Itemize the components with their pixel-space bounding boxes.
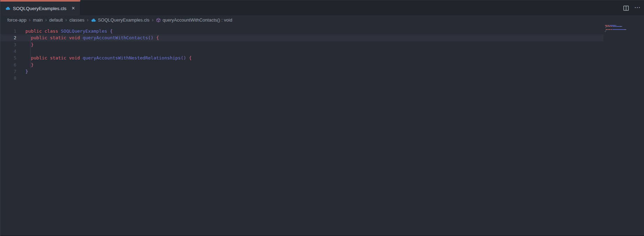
more-actions-icon[interactable]: ⋯: [634, 5, 641, 12]
minimap-line: [605, 29, 644, 30]
apex-cloud-icon: [91, 18, 96, 23]
line-number: 4: [0, 48, 22, 55]
breadcrumb-separator: ›: [87, 17, 89, 23]
close-icon[interactable]: ×: [71, 5, 76, 11]
code-line[interactable]: 2 public static void queryAccountWithCon…: [0, 34, 644, 41]
line-number: 5: [0, 55, 22, 61]
code-line[interactable]: 3 }: [0, 41, 644, 48]
code-text: }: [25, 41, 33, 48]
split-editor-icon[interactable]: [623, 5, 629, 11]
tab-bar-actions: ⋯: [623, 0, 641, 16]
code-line[interactable]: 7}: [0, 68, 644, 75]
breadcrumb-item[interactable]: SOQLQueryExamples.cls: [98, 17, 149, 23]
code-line[interactable]: 8: [0, 75, 644, 81]
line-number: 7: [0, 68, 22, 75]
breadcrumb-separator: ›: [29, 17, 31, 23]
breadcrumb: force-app›main›default›classes›SOQLQuery…: [0, 15, 644, 24]
breadcrumb-separator: ›: [152, 17, 154, 23]
code-text: public class SOQLQueryExamples {: [25, 28, 112, 34]
breadcrumb-item[interactable]: main: [33, 17, 43, 23]
breadcrumb-separator: ›: [65, 17, 67, 23]
code-text: }: [25, 68, 28, 75]
code-text: }: [25, 62, 33, 68]
breadcrumb-item[interactable]: classes: [69, 17, 84, 23]
vscode-window: SOQLQueryExamples.cls × ⋯ force-app›main…: [0, 0, 644, 236]
minimap-line: [605, 28, 644, 29]
code-text: public static void queryAccountWithConta…: [25, 34, 159, 41]
line-number: 3: [0, 41, 22, 48]
minimap-line: [605, 27, 644, 28]
breadcrumb-item[interactable]: force-app: [7, 17, 26, 23]
minimap-line: [605, 25, 644, 26]
symbol-method-icon: [156, 18, 161, 23]
code-line[interactable]: 5 public static void queryAccountsWithNe…: [0, 55, 644, 61]
code-line[interactable]: 6 }: [0, 62, 644, 68]
code-area[interactable]: 1public class SOQLQueryExamples {2 publi…: [0, 28, 644, 82]
code-line[interactable]: 4: [0, 48, 644, 55]
breadcrumb-item[interactable]: default: [49, 17, 63, 23]
minimap-line: [605, 26, 644, 27]
minimap-line: [605, 30, 644, 31]
breadcrumb-item[interactable]: queryAccountWithContacts() : void: [163, 17, 232, 23]
line-number: 2: [0, 34, 22, 41]
editor[interactable]: 1public class SOQLQueryExamples {2 publi…: [0, 24, 644, 236]
tab-soqlqueryexamples[interactable]: SOQLQueryExamples.cls ×: [0, 0, 80, 15]
line-number: 1: [0, 28, 22, 34]
code-text: public static void queryAccountsWithNest…: [25, 55, 191, 61]
line-number: 8: [0, 75, 22, 81]
minimap-line: [605, 31, 644, 32]
minimap[interactable]: [603, 25, 644, 33]
apex-cloud-icon: [5, 6, 10, 11]
breadcrumb-separator: ›: [45, 17, 47, 23]
minimap-line: [605, 32, 644, 33]
tab-label: SOQLQueryExamples.cls: [13, 6, 66, 11]
editor-tab-bar: SOQLQueryExamples.cls × ⋯: [0, 0, 644, 15]
line-number: 6: [0, 62, 22, 68]
code-line[interactable]: 1public class SOQLQueryExamples {: [0, 28, 644, 34]
